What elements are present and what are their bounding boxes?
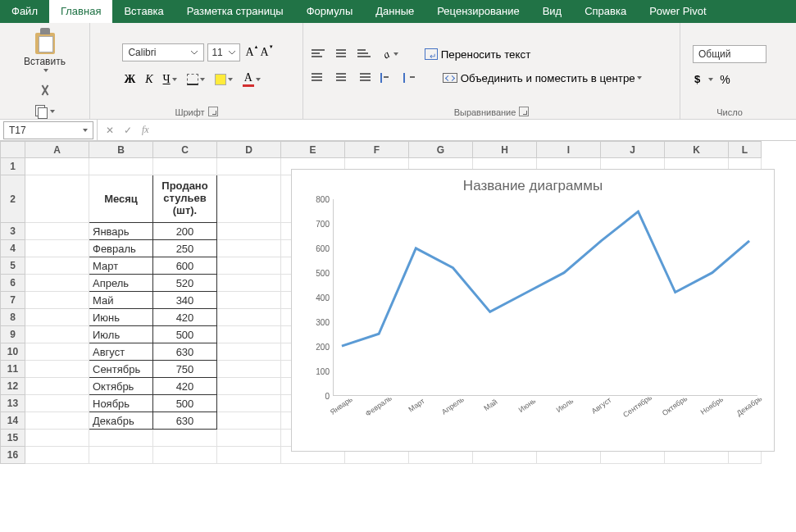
cell-C2[interactable]: Продано стульев (шт). — [153, 175, 217, 223]
cell-C8[interactable]: 420 — [153, 309, 217, 326]
alignment-launcher[interactable] — [519, 107, 529, 116]
cell-C12[interactable]: 420 — [153, 378, 217, 395]
cell-C13[interactable]: 500 — [153, 395, 217, 412]
tab-формулы[interactable]: Формулы — [295, 0, 365, 23]
cell-B3[interactable]: Январь — [89, 223, 153, 240]
cell-D7[interactable] — [217, 292, 281, 309]
percent-button[interactable]: % — [718, 71, 731, 88]
cell-D8[interactable] — [217, 309, 281, 326]
wrap-text-button[interactable]: Переносить текст — [423, 47, 532, 62]
paste-button[interactable]: Вставить — [20, 26, 69, 74]
cell-D13[interactable] — [217, 395, 281, 412]
confirm-icon[interactable]: ✓ — [124, 125, 132, 136]
merge-center-button[interactable]: Объединить и поместить в центре — [441, 70, 644, 86]
cell-A11[interactable] — [25, 361, 89, 378]
font-size-select[interactable]: 11 — [207, 43, 240, 61]
col-header-E[interactable]: E — [281, 142, 345, 158]
cell-C15[interactable] — [153, 430, 217, 447]
row-header-7[interactable]: 7 — [1, 292, 25, 309]
cell-D5[interactable] — [217, 257, 281, 275]
underline-button[interactable]: Ч — [161, 71, 179, 88]
select-all-corner[interactable] — [1, 142, 25, 158]
row-header-8[interactable]: 8 — [1, 309, 25, 326]
decrease-font-button[interactable]: A — [259, 46, 271, 59]
cell-A12[interactable] — [25, 378, 89, 395]
cell-B9[interactable]: Июль — [89, 326, 153, 343]
cell-A4[interactable] — [25, 240, 89, 257]
cell-B15[interactable] — [89, 430, 153, 447]
align-top-button[interactable] — [310, 48, 326, 61]
worksheet-grid[interactable]: ABCDEFGHIJKL12МесяцПродано стульев (шт).… — [0, 141, 796, 532]
row-header-16[interactable]: 16 — [1, 447, 25, 464]
cell-A8[interactable] — [25, 309, 89, 326]
copy-button[interactable] — [34, 103, 57, 120]
tab-вид[interactable]: Вид — [531, 0, 574, 23]
cancel-icon[interactable]: ✕ — [106, 125, 114, 136]
row-header-13[interactable]: 13 — [1, 395, 25, 412]
orientation-button[interactable]: a — [379, 47, 400, 61]
row-header-14[interactable]: 14 — [1, 412, 25, 430]
cell-D10[interactable] — [217, 343, 281, 361]
col-header-J[interactable]: J — [601, 142, 665, 158]
cell-A7[interactable] — [25, 292, 89, 309]
cell-C11[interactable]: 750 — [153, 361, 217, 378]
tab-данные[interactable]: Данные — [364, 0, 425, 23]
cell-A16[interactable] — [25, 447, 89, 464]
cell-B1[interactable] — [89, 158, 153, 175]
col-header-L[interactable]: L — [729, 142, 762, 158]
increase-font-button[interactable]: A — [243, 46, 255, 59]
cell-B16[interactable] — [89, 447, 153, 464]
row-header-11[interactable]: 11 — [1, 361, 25, 378]
embedded-chart[interactable]: Название диаграммы 010020030040050060070… — [291, 169, 775, 452]
cell-A15[interactable] — [25, 430, 89, 447]
cell-B4[interactable]: Февраль — [89, 240, 153, 257]
col-header-G[interactable]: G — [409, 142, 473, 158]
number-format-select[interactable]: Общий — [693, 45, 766, 63]
row-header-10[interactable]: 10 — [1, 343, 25, 361]
cell-C16[interactable] — [153, 447, 217, 464]
row-header-6[interactable]: 6 — [1, 275, 25, 292]
row-header-9[interactable]: 9 — [1, 326, 25, 343]
cell-B11[interactable]: Сентябрь — [89, 361, 153, 378]
col-header-A[interactable]: A — [25, 142, 89, 158]
align-left-button[interactable] — [310, 71, 326, 84]
chart-plot-area[interactable] — [333, 199, 757, 396]
cell-B14[interactable]: Декабрь — [89, 412, 153, 430]
cell-A2[interactable] — [25, 175, 89, 223]
tab-главная[interactable]: Главная — [49, 0, 112, 23]
cell-B2[interactable]: Месяц — [89, 175, 153, 223]
cell-A9[interactable] — [25, 326, 89, 343]
cell-D2[interactable] — [217, 175, 281, 223]
cell-B5[interactable]: Март — [89, 257, 153, 275]
chart-title[interactable]: Название диаграммы — [292, 170, 774, 199]
align-center-button[interactable] — [333, 71, 349, 84]
cell-C14[interactable]: 630 — [153, 412, 217, 430]
col-header-F[interactable]: F — [345, 142, 409, 158]
col-header-D[interactable]: D — [217, 142, 281, 158]
decrease-indent-button[interactable] — [379, 71, 395, 84]
formula-input[interactable] — [157, 121, 796, 139]
row-header-12[interactable]: 12 — [1, 378, 25, 395]
cut-button[interactable] — [34, 82, 57, 98]
cell-A1[interactable] — [25, 158, 89, 175]
cell-B10[interactable]: Август — [89, 343, 153, 361]
fill-color-button[interactable] — [213, 72, 234, 87]
cell-C6[interactable]: 520 — [153, 275, 217, 292]
cell-D14[interactable] — [217, 412, 281, 430]
cell-D15[interactable] — [217, 430, 281, 447]
col-header-B[interactable]: B — [89, 142, 153, 158]
col-header-H[interactable]: H — [473, 142, 537, 158]
cell-C5[interactable]: 600 — [153, 257, 217, 275]
cell-D11[interactable] — [217, 361, 281, 378]
cell-D6[interactable] — [217, 275, 281, 292]
increase-indent-button[interactable] — [402, 71, 418, 84]
cell-A3[interactable] — [25, 223, 89, 240]
col-header-K[interactable]: K — [665, 142, 729, 158]
fx-icon[interactable]: fx — [142, 124, 149, 136]
font-name-select[interactable]: Calibri — [122, 43, 204, 61]
cell-D1[interactable] — [217, 158, 281, 175]
cell-A10[interactable] — [25, 343, 89, 361]
tab-разметка-страницы[interactable]: Разметка страницы — [175, 0, 295, 23]
currency-button[interactable]: $ — [693, 71, 702, 87]
cell-C7[interactable]: 340 — [153, 292, 217, 309]
